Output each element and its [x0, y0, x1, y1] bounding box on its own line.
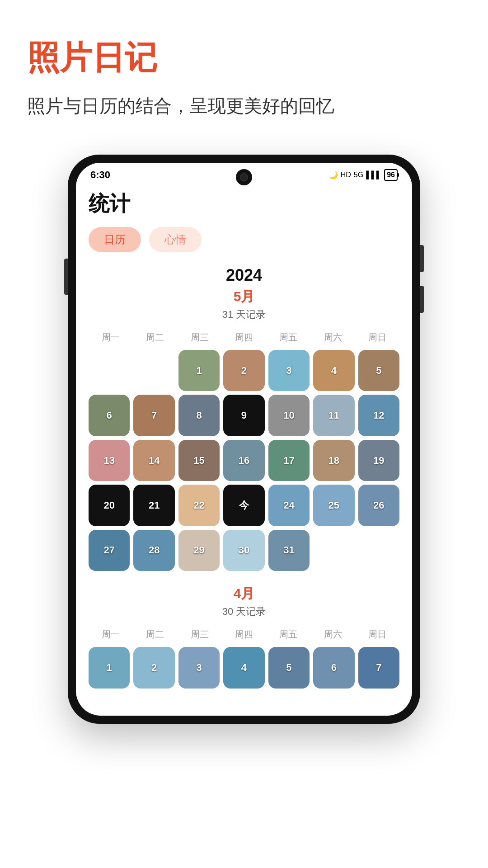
day-5[interactable]: 5	[358, 350, 399, 391]
day-14[interactable]: 14	[133, 440, 174, 481]
april-day-7[interactable]: 7	[358, 647, 399, 688]
day-16[interactable]: 16	[223, 440, 264, 481]
weekday-mon2: 周一	[89, 627, 133, 642]
weekday-sun: 周日	[355, 330, 399, 345]
year-label: 2024	[89, 266, 399, 285]
weekday-wed: 周三	[178, 330, 222, 345]
phone-screen: 6:30 🌙 HD 5G ▌▌▌ 96 统计 日历 心情 2024 5月 31 …	[76, 163, 412, 716]
day-26[interactable]: 26	[358, 485, 399, 526]
day-27[interactable]: 27	[89, 530, 130, 571]
weekday-sun2: 周日	[355, 627, 399, 642]
day-25[interactable]: 25	[313, 485, 354, 526]
day-31[interactable]: 31	[268, 530, 310, 571]
day-3[interactable]: 3	[268, 350, 310, 391]
moon-icon: 🌙	[329, 171, 338, 179]
volume-button	[64, 259, 68, 295]
weekday-thu: 周四	[222, 330, 266, 345]
april-day-2[interactable]: 2	[133, 647, 174, 688]
april-record: 30 天记录	[89, 605, 399, 618]
april-day-1[interactable]: 1	[89, 647, 130, 688]
5g-icon: 5G	[354, 171, 363, 179]
april-weekday-header: 周一 周二 周三 周四 周五 周六 周日	[89, 627, 399, 642]
april-day-5[interactable]: 5	[268, 647, 310, 688]
day-24[interactable]: 24	[268, 485, 310, 526]
battery-icon: 96	[384, 169, 398, 181]
may-label: 5月	[89, 288, 399, 306]
day-6[interactable]: 6	[89, 395, 130, 436]
empty-cell	[133, 350, 174, 391]
april-day-4[interactable]: 4	[223, 647, 264, 688]
phone-content: 统计 日历 心情 2024 5月 31 天记录 周一 周二 周三 周四 周五 周…	[76, 185, 412, 716]
weekday-fri: 周五	[266, 330, 310, 345]
weekday-tue2: 周二	[133, 627, 177, 642]
may-grid: 1 2 3 4 5 6 7 8 9 10 11 12 13 14 15	[89, 350, 399, 571]
april-grid: 1 2 3 4 5 6 7	[89, 647, 399, 688]
day-10[interactable]: 10	[268, 395, 310, 436]
day-22[interactable]: 22	[178, 485, 220, 526]
day-9[interactable]: 9	[223, 395, 264, 436]
signal-icon: ▌▌▌	[366, 171, 381, 179]
april-section: 4月 30 天记录 周一 周二 周三 周四 周五 周六 周日 1 2 3 4 5	[89, 585, 399, 688]
weekday-thu2: 周四	[222, 627, 266, 642]
april-day-6[interactable]: 6	[313, 647, 354, 688]
day-today[interactable]: 今	[223, 485, 264, 526]
day-7[interactable]: 7	[133, 395, 174, 436]
day-15[interactable]: 15	[178, 440, 220, 481]
status-bar: 6:30 🌙 HD 5G ▌▌▌ 96	[76, 163, 412, 185]
tab-bar: 日历 心情	[89, 227, 399, 252]
weekday-fri2: 周五	[266, 627, 310, 642]
app-title: 照片日记	[27, 36, 461, 80]
may-section: 5月 31 天记录 周一 周二 周三 周四 周五 周六 周日 1 2	[89, 288, 399, 571]
app-subtitle: 照片与日历的结合，呈现更美好的回忆	[27, 93, 461, 118]
day-29[interactable]: 29	[178, 530, 220, 571]
weekday-mon: 周一	[89, 330, 133, 345]
day-18[interactable]: 18	[313, 440, 354, 481]
day-30[interactable]: 30	[223, 530, 264, 571]
tab-mood[interactable]: 心情	[149, 227, 202, 252]
day-20[interactable]: 20	[89, 485, 130, 526]
status-icons: 🌙 HD 5G ▌▌▌ 96	[329, 169, 398, 181]
hd-icon: HD	[341, 171, 351, 179]
page-header: 照片日记 照片与日历的结合，呈现更美好的回忆	[0, 0, 488, 127]
tab-calendar[interactable]: 日历	[89, 227, 141, 252]
power-button	[420, 245, 424, 272]
weekday-sat: 周六	[310, 330, 355, 345]
phone-frame: 6:30 🌙 HD 5G ▌▌▌ 96 统计 日历 心情 2024 5月 31 …	[68, 155, 420, 724]
day-2[interactable]: 2	[223, 350, 264, 391]
weekday-tue: 周二	[133, 330, 177, 345]
april-day-3[interactable]: 3	[178, 647, 220, 688]
may-record: 31 天记录	[89, 308, 399, 321]
day-28[interactable]: 28	[133, 530, 174, 571]
day-11[interactable]: 11	[313, 395, 354, 436]
empty-cell	[313, 530, 354, 571]
empty-cell	[358, 530, 399, 571]
april-label: 4月	[89, 585, 399, 603]
day-1[interactable]: 1	[178, 350, 220, 391]
weekday-sat2: 周六	[310, 627, 355, 642]
day-4[interactable]: 4	[313, 350, 354, 391]
status-time: 6:30	[90, 169, 110, 181]
day-13[interactable]: 13	[89, 440, 130, 481]
day-17[interactable]: 17	[268, 440, 310, 481]
camera-notch	[236, 169, 252, 185]
day-8[interactable]: 8	[178, 395, 220, 436]
screen-title: 统计	[89, 190, 399, 218]
day-19[interactable]: 19	[358, 440, 399, 481]
day-12[interactable]: 12	[358, 395, 399, 436]
side-button2	[420, 286, 424, 313]
empty-cell	[89, 350, 130, 391]
day-21[interactable]: 21	[133, 485, 174, 526]
may-weekday-header: 周一 周二 周三 周四 周五 周六 周日	[89, 330, 399, 345]
weekday-wed2: 周三	[178, 627, 222, 642]
